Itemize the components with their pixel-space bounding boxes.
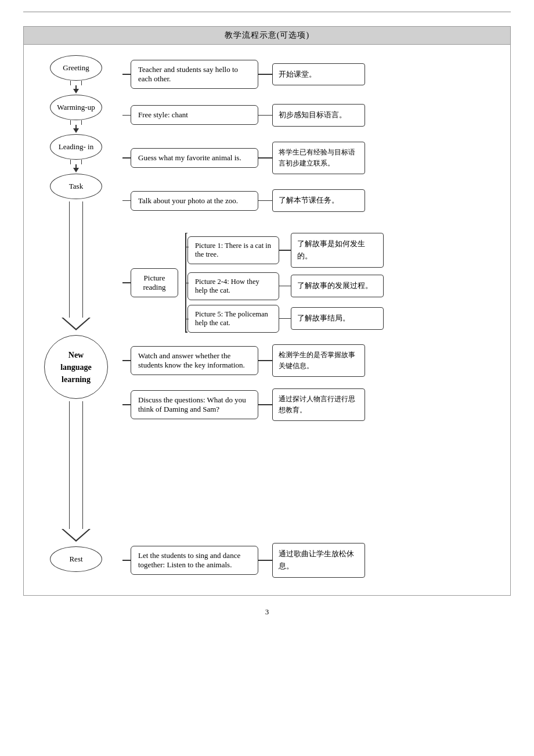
hline-greeting xyxy=(122,74,131,75)
hline-p24 xyxy=(279,286,291,287)
warmingup-row: Free style: chant 初步感知目标语言。 xyxy=(122,104,499,127)
greeting-oval: Greeting xyxy=(50,55,102,81)
hline-p1 xyxy=(279,250,291,251)
pic5-zh: 了解故事结局。 xyxy=(291,307,384,330)
leadingin-row: Guess what my favorite animal is. 将学生已有经… xyxy=(122,142,499,174)
leadingin-oval: Leading- in xyxy=(50,134,102,160)
picture-reading-label: Picture reading xyxy=(131,268,178,297)
warmingup-rect: Free style: chant xyxy=(131,105,258,125)
warmingup-oval: Warming-up xyxy=(50,95,102,120)
pic1-row: Picture 1: There is a cat in the tree. 了… xyxy=(187,233,384,268)
arrowhead-outline xyxy=(62,318,91,330)
conn2 xyxy=(70,120,82,125)
pic5-rect: Picture 5: The policeman help the cat. xyxy=(187,305,279,333)
conn1 xyxy=(70,81,82,85)
pic24-zh: 了解故事的发展过程。 xyxy=(291,275,384,297)
leadingin-zh: 将学生已有经验与目标语言初步建立联系。 xyxy=(272,142,365,174)
hline-greeting2 xyxy=(258,74,272,75)
hline-rest2 xyxy=(258,560,272,561)
hline-p5 xyxy=(279,318,291,319)
discuss-row: Discuss the questions: What do you think… xyxy=(122,388,499,421)
content-column: Teacher and students say hello to each o… xyxy=(117,55,499,581)
greeting-rect: Teacher and students say hello to each o… xyxy=(131,60,258,89)
hline-task xyxy=(122,200,131,201)
pic24-rect: Picture 2-4: How they help the cat. xyxy=(187,272,279,300)
big-arrow-down xyxy=(62,201,91,330)
task-oval: Task xyxy=(50,174,102,199)
sub-pictures: Picture 1: There is a cat in the tree. 了… xyxy=(187,233,384,333)
pic24-row: Picture 2-4: How they help the cat. 了解故事… xyxy=(187,272,384,300)
discuss-rect: Discuss the questions: What do you think… xyxy=(131,390,258,419)
bracket-area xyxy=(178,233,187,333)
page-number: 3 xyxy=(23,607,511,617)
picture-reading-section: Picture reading xyxy=(122,233,499,333)
hline-li xyxy=(122,157,131,159)
hline-dis2 xyxy=(258,404,272,405)
pic1-rect: Picture 1: There is a cat in the tree. xyxy=(187,236,279,264)
spacer1 xyxy=(122,215,499,233)
rest-rect: Let the students to sing and dance toget… xyxy=(131,546,258,575)
task-zh: 了解本节课任务。 xyxy=(272,189,365,212)
rest-oval: Rest xyxy=(50,546,102,572)
diagram-body: Greeting Warming-up xyxy=(24,45,510,595)
hline-wa xyxy=(122,360,131,361)
big-arrow-down2 xyxy=(62,401,91,542)
watch-answer-zh: 检测学生的是否掌握故事关键信息。 xyxy=(272,344,365,377)
rest-zh: 通过歌曲让学生放松休息。 xyxy=(272,543,365,578)
oval-column: Greeting Warming-up xyxy=(35,55,117,572)
diagram-title: 教学流程示意(可选项) xyxy=(24,27,510,45)
discuss-zh: 通过探讨人物言行进行思想教育。 xyxy=(272,388,365,421)
new-language-oval: New language learning xyxy=(44,335,108,399)
page: 教学流程示意(可选项) Greeting xyxy=(0,0,534,756)
pic5-row: Picture 5: The policeman help the cat. 了… xyxy=(187,305,384,333)
greeting-row: Teacher and students say hello to each o… xyxy=(122,60,499,89)
arrow3 xyxy=(73,164,79,172)
hline-dis xyxy=(122,404,131,405)
spacer2 xyxy=(122,427,499,543)
hline-li2 xyxy=(258,157,272,159)
conn3 xyxy=(70,160,82,164)
warmingup-zh: 初步感知目标语言。 xyxy=(272,104,365,127)
hline-wa2 xyxy=(258,360,272,361)
watch-answer-rect: Watch and answer whether the students kn… xyxy=(131,346,258,375)
hline-wu2 xyxy=(258,115,272,116)
hline-task2 xyxy=(258,200,272,201)
diagram-container: 教学流程示意(可选项) Greeting xyxy=(23,26,511,596)
leadingin-rect: Guess what my favorite animal is. xyxy=(131,148,258,168)
top-divider xyxy=(23,12,511,12)
arrow1 xyxy=(73,85,79,93)
arrow2 xyxy=(73,125,79,133)
arrowhead-outline2 xyxy=(62,529,91,542)
pic1-zh: 了解故事是如何发生的。 xyxy=(291,233,384,268)
task-rect: Talk about your photo at the zoo. xyxy=(131,191,258,211)
greeting-zh: 开始课堂。 xyxy=(272,63,365,86)
hline-pr0 xyxy=(122,282,131,283)
watch-answer-row: Watch and answer whether the students kn… xyxy=(122,344,499,377)
hline-wu xyxy=(122,115,131,116)
top-section: Greeting Warming-up xyxy=(35,55,499,581)
rest-row: Let the students to sing and dance toget… xyxy=(122,543,499,578)
task-row: Talk about your photo at the zoo. 了解本节课任… xyxy=(122,189,499,212)
hline-rest xyxy=(122,560,131,561)
